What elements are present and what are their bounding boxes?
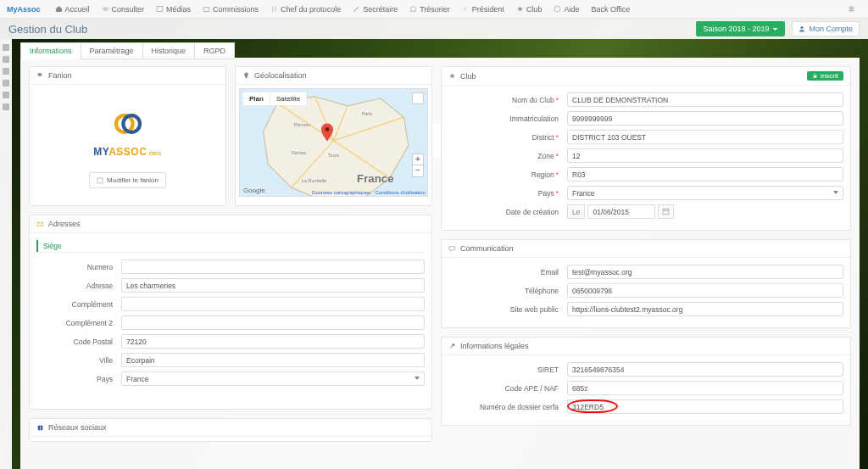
- subtab-siege[interactable]: Siège: [36, 240, 67, 252]
- panel-fanion: Fanion MYASSOC.ORG M: [29, 66, 226, 206]
- input-immat[interactable]: [567, 111, 843, 126]
- nav-president[interactable]: Président: [462, 5, 504, 14]
- pencil-icon: [353, 5, 360, 13]
- svg-text:Tours: Tours: [328, 153, 340, 158]
- map-marker-icon: [321, 123, 333, 142]
- nav-menu-right[interactable]: [848, 5, 855, 13]
- svg-rect-20: [814, 75, 817, 78]
- modify-fanion-button[interactable]: Modifier le fanion: [89, 172, 166, 188]
- tab-rgpd[interactable]: RGPD: [194, 42, 235, 59]
- sidebar-icon[interactable]: [3, 92, 9, 98]
- input-zone[interactable]: [567, 148, 843, 163]
- tab-parametrage[interactable]: Paramétrage: [81, 42, 143, 59]
- select-pays[interactable]: [121, 371, 425, 386]
- page-header: Gestion du Club Saison 2018 - 2019 Mon C…: [0, 19, 868, 39]
- input-cerfa[interactable]: [567, 399, 843, 414]
- nav-tresorier[interactable]: Trésorier: [409, 5, 450, 14]
- label-complement: Complément: [36, 300, 121, 309]
- input-district[interactable]: [567, 130, 843, 144]
- map-satellite[interactable]: Satellite: [270, 92, 307, 105]
- sidebar-icon[interactable]: [3, 44, 9, 51]
- map-plan[interactable]: Plan: [243, 92, 270, 105]
- star-icon: [448, 72, 456, 80]
- nav-accueil[interactable]: Accueil: [55, 5, 90, 14]
- select-pays-club[interactable]: [567, 186, 843, 200]
- label-nom-club: Nom du Club*: [448, 96, 567, 104]
- input-region[interactable]: [567, 167, 843, 181]
- label-numero: Numero: [36, 263, 121, 271]
- sidebar-icon[interactable]: [3, 80, 9, 87]
- panel-title: Géolocalisation: [254, 71, 307, 80]
- nav-aide[interactable]: Aide: [554, 5, 579, 14]
- adresse-subtabs: Siège: [36, 240, 425, 253]
- nav-back-office[interactable]: Back Office: [591, 5, 630, 14]
- gavel-icon: [462, 5, 470, 13]
- zoom-out-button[interactable]: −: [413, 165, 423, 176]
- top-nav: MyAssoc Accueil Consulter Médias Commiss…: [0, 0, 868, 19]
- season-selector[interactable]: Saison 2018 - 2019: [696, 21, 785, 36]
- nav-secretaire[interactable]: Secrétaire: [353, 5, 398, 14]
- home-icon: [55, 5, 63, 13]
- label-cerfa: Numéro de dossier cerfa: [448, 403, 567, 411]
- brand[interactable]: MyAssoc: [7, 5, 41, 14]
- wrench-icon: [448, 343, 456, 350]
- input-email[interactable]: [567, 265, 843, 279]
- caret-down-icon: [772, 26, 778, 32]
- input-complement2[interactable]: [121, 315, 425, 330]
- nav-chef[interactable]: Chef du protocole: [270, 5, 341, 14]
- input-siret[interactable]: [567, 362, 843, 377]
- input-complement[interactable]: [121, 297, 425, 311]
- map-type-tabs[interactable]: Plan Satellite: [243, 92, 307, 105]
- tab-informations[interactable]: Informations: [20, 42, 81, 59]
- input-ape[interactable]: [567, 381, 843, 395]
- input-site[interactable]: [567, 302, 843, 316]
- label-region: Region*: [448, 170, 567, 179]
- workspace: Fanion MYASSOC.ORG M: [20, 58, 860, 469]
- sidebar-icon[interactable]: [3, 103, 9, 110]
- panel-geolocalisation: Géolocalisation France Rennes Paris Nant…: [235, 66, 432, 206]
- svg-point-4: [555, 6, 561, 12]
- label-date-creation: Date de création: [448, 208, 567, 216]
- facebook-icon: f: [36, 424, 44, 432]
- nav-commissions[interactable]: Commissions: [203, 5, 259, 14]
- input-telephone[interactable]: [567, 283, 843, 298]
- input-adresse[interactable]: [121, 278, 425, 293]
- date-prefix: Le: [567, 204, 585, 219]
- fanion-logo: MYASSOC.ORG: [36, 92, 219, 172]
- sidebar-icon[interactable]: [3, 68, 9, 75]
- map-fullscreen-button[interactable]: [412, 92, 424, 104]
- svg-text:France: France: [357, 172, 393, 185]
- input-ville[interactable]: [121, 353, 425, 367]
- svg-rect-3: [203, 8, 209, 12]
- svg-text:Nantes: Nantes: [292, 150, 307, 155]
- map-terms-link[interactable]: Conditions d'utilisation: [375, 190, 426, 195]
- label-cp: Code Postal: [36, 338, 121, 346]
- image-icon: [97, 177, 103, 184]
- lock-icon: [812, 73, 818, 79]
- zoom-in-button[interactable]: +: [413, 154, 423, 165]
- tab-historique[interactable]: Historique: [142, 42, 196, 59]
- input-nom-club[interactable]: [567, 92, 843, 107]
- nav-consulter[interactable]: Consulter: [102, 5, 145, 14]
- rings-icon: [110, 106, 146, 142]
- label-ape: Code APE / NAF: [448, 384, 567, 393]
- sidebar-icon[interactable]: [3, 56, 9, 63]
- input-numero[interactable]: [121, 260, 425, 274]
- map[interactable]: France Rennes Paris Nantes Tours La Roch…: [239, 88, 428, 197]
- svg-rect-8: [97, 178, 103, 183]
- svg-point-16: [326, 127, 330, 131]
- nav-medias[interactable]: Médias: [156, 5, 191, 14]
- map-zoom: + −: [412, 154, 424, 177]
- account-label: Mon Compte: [809, 25, 853, 33]
- account-button[interactable]: Mon Compte: [792, 21, 860, 36]
- calendar-icon: [662, 208, 670, 215]
- image-icon: [156, 5, 164, 13]
- nav-club[interactable]: Club: [516, 5, 542, 14]
- map-data-link[interactable]: Données cartographiques: [312, 190, 370, 195]
- label-pays: Pays: [36, 375, 121, 383]
- input-cp[interactable]: [121, 334, 425, 349]
- calendar-button[interactable]: [658, 204, 674, 219]
- svg-text:La Rochelle: La Rochelle: [302, 178, 326, 183]
- input-date-creation[interactable]: [587, 204, 655, 219]
- svg-rect-2: [157, 7, 163, 12]
